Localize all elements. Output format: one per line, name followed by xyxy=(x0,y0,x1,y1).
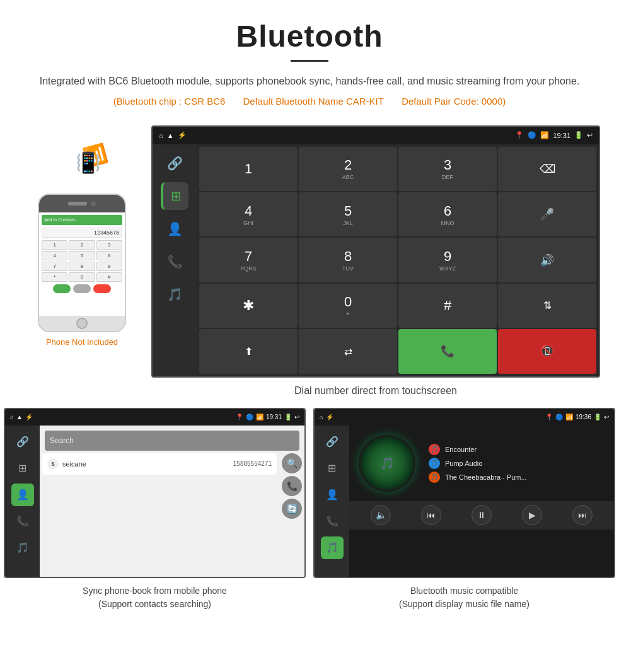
contacts-caption-line2: (Support contacts searching) xyxy=(4,598,306,611)
play-button[interactable]: ▶ xyxy=(522,505,542,525)
dial-key-7[interactable]: 7PQRS xyxy=(199,238,298,282)
contacts-main: Search s seicane 15885554271 xyxy=(40,426,304,577)
back-icon: ↩ xyxy=(587,131,593,139)
contacts-statusbar: ⌂ ▲ ⚡ 📍 🔵 📶 19:31 🔋 ↩ xyxy=(5,409,304,426)
dial-key-3[interactable]: 3DEF xyxy=(398,147,497,191)
ms-calls-icon[interactable]: 📞 xyxy=(321,510,344,533)
ms-link-icon[interactable]: 🔗 xyxy=(321,431,344,453)
ms-contacts-icon[interactable]: 👤 xyxy=(321,484,344,506)
dial-key-4[interactable]: 4GHI xyxy=(199,192,298,236)
phone-screen: Add to Contacts 12345678 1 2 3 4 5 6 7 8… xyxy=(39,212,125,316)
m-wifi-icon: 📶 xyxy=(565,414,573,420)
m-loc-icon: 📍 xyxy=(545,414,553,420)
phone-key-hash: # xyxy=(96,272,122,282)
volume-down-button[interactable]: 🔈 xyxy=(371,505,391,525)
time-display: 19:31 xyxy=(553,132,570,139)
phone-side: 📶 📳 Add to Contacts 12345678 1 2 3 4 5 6… xyxy=(13,125,151,347)
header-section: Bluetooth Integrated with BC6 Bluetooth … xyxy=(0,0,619,119)
music-statusbar-right: 📍 🔵 📶 19:36 🔋 ↩ xyxy=(545,414,609,420)
music-caption: Bluetooth music compatible (Support disp… xyxy=(310,578,619,617)
phone-bottom-buttons xyxy=(53,284,111,293)
dial-key-5[interactable]: 5JKL xyxy=(299,192,397,236)
m-back-icon: ↩ xyxy=(604,414,609,420)
usb-icon: ⚡ xyxy=(178,131,187,139)
dial-key-2[interactable]: 2ABC xyxy=(299,147,397,191)
dial-key-hangup[interactable]: 📵 xyxy=(498,329,596,373)
phone-key-0: 0 xyxy=(69,272,95,282)
pause-button[interactable]: ⏸ xyxy=(471,505,492,525)
home-button xyxy=(76,318,88,329)
c-back-icon: ↩ xyxy=(294,414,299,420)
alert-icon: ▲ xyxy=(167,132,174,139)
code-info: Default Pair Code: 0000) xyxy=(402,96,506,107)
sidebar-dialpad-icon[interactable]: ⊞ xyxy=(161,182,188,210)
refresh-action-button[interactable]: 🔄 xyxy=(282,499,302,519)
subtitle-text: Integrated with BC6 Bluetooth module, su… xyxy=(38,73,581,90)
phone-keypad: 1 2 3 4 5 6 7 8 9 * 0 # xyxy=(42,240,122,282)
music-tracklist: 🎵 Encounter 🎵 Pump Audio 🎵 The Cheebacab… xyxy=(425,444,605,483)
dial-key-star[interactable]: ✱ xyxy=(199,284,298,328)
dial-key-hash[interactable]: # xyxy=(398,284,497,328)
track-2: 🎵 Pump Audio xyxy=(429,458,601,469)
c-home-icon: ⌂ xyxy=(10,414,14,420)
dial-key-0[interactable]: 0+ xyxy=(299,284,397,328)
ms-dialpad-icon[interactable]: ⊞ xyxy=(321,457,344,480)
contact-name: seicane xyxy=(62,460,86,468)
phone-key-1: 1 xyxy=(42,240,67,250)
cs-link-icon[interactable]: 🔗 xyxy=(11,431,34,453)
music-art-area: 🎵 🎵 Encounter 🎵 Pump Audio xyxy=(349,426,614,501)
phone-key-6: 6 xyxy=(96,251,122,260)
search-action-button[interactable]: 🔍 xyxy=(282,453,302,473)
contacts-statusbar-left: ⌂ ▲ ⚡ xyxy=(10,414,33,420)
dialer-area: ⌂ ▲ ⚡ 📍 🔵 📶 19:31 🔋 ↩ 🔗 ⊞ xyxy=(151,125,600,408)
prev-track-button[interactable]: ⏮ xyxy=(421,505,441,525)
phone-call-button xyxy=(53,284,71,293)
phone-key-star: * xyxy=(42,272,67,282)
bluetooth-icon: 📳 xyxy=(76,151,101,175)
contacts-list: s seicane 15885554271 xyxy=(40,451,279,521)
phone-top-bar xyxy=(39,195,125,212)
dial-key-8[interactable]: 8TUV xyxy=(299,238,397,282)
phone-key-8: 8 xyxy=(69,262,95,271)
dialer-statusbar: ⌂ ▲ ⚡ 📍 🔵 📶 19:31 🔋 ↩ xyxy=(153,127,599,144)
dial-key-1[interactable]: 1 xyxy=(199,147,298,191)
cs-contacts-icon[interactable]: 👤 xyxy=(11,484,34,506)
track-1: 🎵 Encounter xyxy=(429,444,601,455)
c-usb-icon: ⚡ xyxy=(25,414,33,420)
music-body: 🔗 ⊞ 👤 📞 🎵 🎵 xyxy=(315,426,614,577)
location-icon: 📍 xyxy=(515,131,524,139)
cs-calls-icon[interactable]: 📞 xyxy=(11,510,34,533)
dial-key-9[interactable]: 9WXYZ xyxy=(398,238,497,282)
contact-row: s seicane 15885554271 xyxy=(42,453,277,475)
next-track-button[interactable]: ⏭ xyxy=(572,505,593,525)
dial-key-call[interactable]: 📞 xyxy=(398,329,497,373)
cs-music-icon[interactable]: 🎵 xyxy=(11,536,34,559)
track1-icon: 🎵 xyxy=(429,444,440,455)
contacts-sidebar: 🔗 ⊞ 👤 📞 🎵 xyxy=(5,426,40,577)
dial-key-mute[interactable]: 🎤 xyxy=(498,192,596,236)
call-action-button[interactable]: 📞 xyxy=(282,476,302,496)
ms-music-icon[interactable]: 🎵 xyxy=(321,536,344,559)
music-screenshot: ⌂ ⚡ 📍 🔵 📶 19:36 🔋 ↩ 🔗 ⊞ 👤 xyxy=(313,408,615,578)
m-bt-icon: 🔵 xyxy=(555,414,563,420)
cs-dialpad-icon[interactable]: ⊞ xyxy=(11,457,34,480)
c-battery-icon: 🔋 xyxy=(284,414,292,420)
sidebar-music-icon[interactable]: 🎵 xyxy=(161,281,188,308)
dialer-caption: Dial number direct from touchscreen xyxy=(151,378,600,408)
c-wifi-icon: 📶 xyxy=(256,414,263,420)
sidebar-contacts-icon[interactable]: 👤 xyxy=(161,215,188,243)
dial-key-swap[interactable]: ⇄ xyxy=(299,329,397,373)
dial-key-speaker[interactable]: 🔊 xyxy=(498,238,596,282)
phone-key-3: 3 xyxy=(96,240,122,250)
dial-key-merge[interactable]: ⬆ xyxy=(199,329,298,373)
sidebar-calls-icon[interactable]: 📞 xyxy=(161,248,188,275)
m-time: 19:36 xyxy=(576,414,591,420)
m-battery-icon: 🔋 xyxy=(594,414,601,420)
dial-key-backspace[interactable]: ⌫ xyxy=(498,147,596,191)
dial-key-6[interactable]: 6MNO xyxy=(398,192,497,236)
sidebar-link-icon[interactable]: 🔗 xyxy=(161,149,188,177)
contacts-search-bar[interactable]: Search xyxy=(45,431,299,451)
name-info: Default Bluetooth Name CAR-KIT xyxy=(243,96,384,107)
music-main: 🎵 🎵 Encounter 🎵 Pump Audio xyxy=(349,426,614,577)
dial-key-transfer[interactable]: ⇅ xyxy=(498,284,596,328)
